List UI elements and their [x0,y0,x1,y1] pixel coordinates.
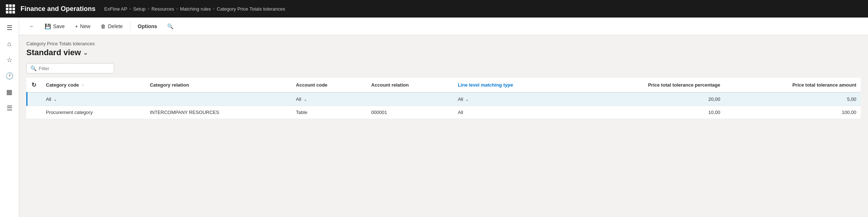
top-bar: Finance and Operations ExFlow AP › Setup… [0,0,868,18]
main-content: ← 💾 Save + New 🗑 Delete Options 🔍 [19,18,868,217]
th-refresh: ↻ [27,78,42,92]
search-icon: 🔍 [167,23,173,29]
page-title-chevron-icon[interactable]: ⌄ [83,49,88,56]
cell-account-relation: 000001 [367,106,454,119]
cell-category-relation: INTERCOMPANY RESOURCES [146,106,292,119]
app-title: Finance and Operations [20,5,95,13]
save-button[interactable]: 💾 Save [40,21,69,31]
filter-input[interactable] [39,66,110,71]
th-price-tolerance-amt: Price total tolerance amount [725,78,861,92]
th-account-relation: Account relation [367,78,454,92]
th-price-tolerance-pct: Price total tolerance percentage [573,78,725,92]
filter-box[interactable]: 🔍 [26,63,114,73]
table-header-row: ↻ Category code ↑ Category relation [27,78,861,92]
breadcrumb-sep-4: › [213,6,215,11]
th-account-code: Account code [292,78,367,92]
cell-account-code: All ⌄ [292,92,367,106]
save-icon: 💾 [45,23,51,29]
breadcrumb-sep-2: › [148,6,149,11]
sidebar-icon-home[interactable]: ⌂ [2,37,17,51]
row-marker [27,92,42,106]
sort-icon[interactable]: ↑ [82,83,84,87]
cell-price-pct: 10,00 [573,106,725,119]
content-area: Category Price Totals tolerances Standar… [19,35,868,125]
breadcrumb-item-1[interactable]: ExFlow AP [104,6,127,12]
row-no-marker [27,106,42,119]
new-button[interactable]: + New [71,21,95,31]
breadcrumb-sep-3: › [176,6,178,11]
back-button[interactable]: ← [25,21,39,31]
breadcrumb: ExFlow AP › Setup › Resources › Matching… [104,6,285,12]
delete-icon: 🗑 [101,23,106,29]
th-category-code: Category code ↑ [42,78,146,92]
cell-price-pct: 20,00 [573,92,725,106]
sidebar-icon-recent[interactable]: 🕐 [2,69,17,83]
breadcrumb-item-2[interactable]: Setup [133,6,146,12]
cell-category-code: Procurement category [42,106,146,119]
breadcrumb-item-5: Category Price Totals tolerances [217,6,285,12]
table-row[interactable]: Procurement category INTERCOMPANY RESOUR… [27,106,861,119]
search-button[interactable]: 🔍 [163,21,178,31]
sidebar: ☰ ⌂ ☆ 🕐 ▦ ☰ [0,18,19,217]
cell-price-amt: 5,00 [725,92,861,106]
refresh-icon[interactable]: ↻ [31,81,36,88]
breadcrumb-item-3[interactable]: Resources [151,6,174,12]
app-grid-icon[interactable] [4,3,16,15]
dropdown-arrow-icon-3[interactable]: ⌄ [465,97,469,102]
toolbar-divider [130,22,131,31]
breadcrumb-sep-1: › [129,6,131,11]
page-title: Standard view ⌄ [26,48,861,57]
cell-line-level-matching: All ⌄ [454,92,573,106]
sidebar-icon-favorites[interactable]: ☆ [2,53,17,67]
new-icon: + [75,23,78,29]
cell-account-relation [367,92,454,106]
dropdown-arrow-icon-2[interactable]: ⌄ [304,97,307,102]
cell-account-code: Table [292,106,367,119]
sidebar-icon-workspaces[interactable]: ▦ [2,85,17,99]
sidebar-icon-menu[interactable]: ☰ [2,20,17,35]
back-icon: ← [29,23,34,29]
page-subtitle: Category Price Totals tolerances [26,41,861,46]
cell-category-code: All ⌄ [42,92,146,106]
toolbar: ← 💾 Save + New 🗑 Delete Options 🔍 [19,18,868,35]
cell-line-level-matching: All [454,106,573,119]
cell-price-amt: 100,00 [725,106,861,119]
th-category-relation: Category relation [146,78,292,92]
th-line-level-matching: Line level matching type [454,78,573,92]
sidebar-icon-modules[interactable]: ☰ [2,101,17,115]
cell-category-relation [146,92,292,106]
delete-button[interactable]: 🗑 Delete [96,21,127,31]
dropdown-arrow-icon[interactable]: ⌄ [53,97,57,102]
filter-search-icon: 🔍 [30,65,37,71]
table-row[interactable]: All ⌄ All ⌄ [27,92,861,106]
data-table: ↻ Category code ↑ Category relation [26,78,861,119]
options-button[interactable]: Options [134,21,162,31]
breadcrumb-item-4[interactable]: Matching rules [180,6,211,12]
